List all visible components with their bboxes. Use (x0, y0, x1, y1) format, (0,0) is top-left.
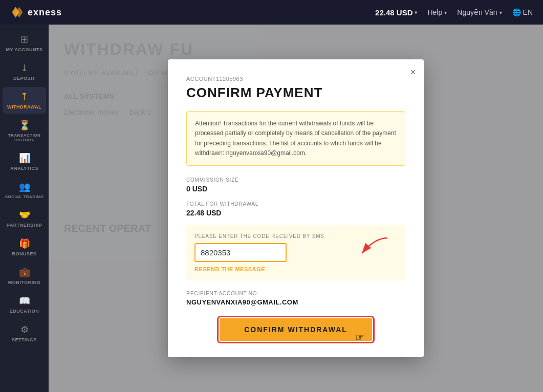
balance-display[interactable]: 22.48 USD ▾ (375, 8, 417, 17)
total-value: 22.48 USD (186, 209, 405, 217)
commission-value: 0 USD (186, 185, 405, 193)
confirm-button-wrapper: CONFIRM WITHDRAWAL ☞ (186, 318, 405, 341)
modal-close-button[interactable]: × (410, 68, 416, 77)
recipient-label: RECIPIENT ACCOUNT NO (186, 291, 405, 296)
modal-account-number: ACCOUNT11205963 (186, 76, 405, 82)
header-right: 22.48 USD ▾ Help ▾ Nguyễn Văn ▾ 🌐 EN (375, 8, 533, 17)
user-menu[interactable]: Nguyễn Văn ▾ (457, 8, 502, 16)
monitor-icon: 💼 (19, 267, 30, 278)
warning-message: Attention! Transactions for the current … (186, 111, 405, 166)
sidebar-item-education[interactable]: 📖 EDUCATION (3, 291, 46, 318)
help-chevron-icon: ▾ (444, 10, 447, 15)
sidebar-item-partnership[interactable]: 🤝 PARTNERSHIP (3, 205, 46, 232)
total-label: TOTAL FOR WITHDRAWAL (186, 201, 405, 207)
header-left: exness (10, 5, 62, 19)
sidebar-item-transaction-history[interactable]: ⏳ TRANSACTION HISTORY (3, 116, 46, 146)
chart-icon: 📊 (19, 153, 30, 164)
download-icon: ⤓ (20, 62, 28, 74)
sms-section: PLEASE ENTER THE CODE RECEIVED BY SMS RE… (186, 225, 405, 280)
confirm-payment-modal: × ACCOUNT11205963 CONFIRM PAYMENT Attent… (168, 59, 424, 357)
sidebar-item-withdrawal[interactable]: ⤒ WITHDRAWAL (3, 87, 46, 114)
education-icon: 📖 (19, 295, 30, 307)
recipient-value: NGUYENVANXIA90@GMAIL.COM (186, 298, 405, 306)
sidebar: ⊞ MY ACCOUNTS ⤓ DEPOSIT ⤒ WITHDRAWAL ⏳ T… (0, 25, 49, 392)
content-area: WITHDRAW FU SYSTEMS AVAILABLE FOR WITHDR… (49, 25, 543, 392)
header: exness 22.48 USD ▾ Help ▾ Nguyễn Văn ▾ 🌐… (0, 0, 543, 25)
logo: exness (10, 5, 62, 19)
sidebar-item-my-accounts[interactable]: ⊞ MY ACCOUNTS (3, 30, 46, 56)
balance-chevron-icon: ▾ (415, 10, 417, 15)
globe-icon: 🌐 (512, 8, 521, 16)
confirm-withdrawal-button[interactable]: CONFIRM WITHDRAWAL (220, 318, 372, 341)
history-icon: ⏳ (19, 120, 30, 131)
people-icon: 👥 (19, 181, 30, 192)
logo-icon (10, 5, 25, 19)
grid-icon: ⊞ (20, 34, 28, 45)
sms-label: PLEASE ENTER THE CODE RECEIVED BY SMS (194, 233, 397, 239)
gift-icon: 🎁 (19, 238, 30, 249)
recipient-section: RECIPIENT ACCOUNT NO NGUYENVANXIA90@GMAI… (186, 291, 405, 306)
commission-field: COMMISSION SIZE 0 USD (186, 177, 405, 193)
sidebar-item-deposit[interactable]: ⤓ DEPOSIT (3, 58, 46, 85)
upload-icon: ⤒ (20, 91, 28, 102)
total-field: TOTAL FOR WITHDRAWAL 22.48 USD (186, 201, 405, 217)
sidebar-item-analytics[interactable]: 📊 ANALYTICS (3, 148, 46, 175)
user-chevron-icon: ▾ (499, 10, 502, 15)
help-link[interactable]: Help ▾ (427, 8, 447, 16)
logo-text: exness (28, 7, 62, 18)
modal-title: CONFIRM PAYMENT (186, 85, 405, 101)
main-layout: ⊞ MY ACCOUNTS ⤓ DEPOSIT ⤒ WITHDRAWAL ⏳ T… (0, 25, 543, 392)
sidebar-item-social-trading[interactable]: 👥 SOCIAL TRADING (3, 177, 46, 203)
sidebar-item-settings[interactable]: ⚙ SETTINGS (3, 320, 46, 346)
sms-code-input[interactable] (194, 243, 287, 262)
settings-icon: ⚙ (20, 324, 29, 335)
sidebar-item-monitoring[interactable]: 💼 MONITORING (3, 263, 46, 289)
arrow-indicator (349, 235, 390, 261)
sidebar-item-bonuses[interactable]: 🎁 BONUSES (3, 234, 46, 260)
commission-label: COMMISSION SIZE (186, 177, 405, 183)
partnership-icon: 🤝 (19, 209, 30, 221)
resend-link[interactable]: RESEND THE MESSAGE (194, 266, 397, 272)
modal-overlay: × ACCOUNT11205963 CONFIRM PAYMENT Attent… (49, 25, 543, 392)
language-selector[interactable]: 🌐 EN (512, 8, 533, 16)
